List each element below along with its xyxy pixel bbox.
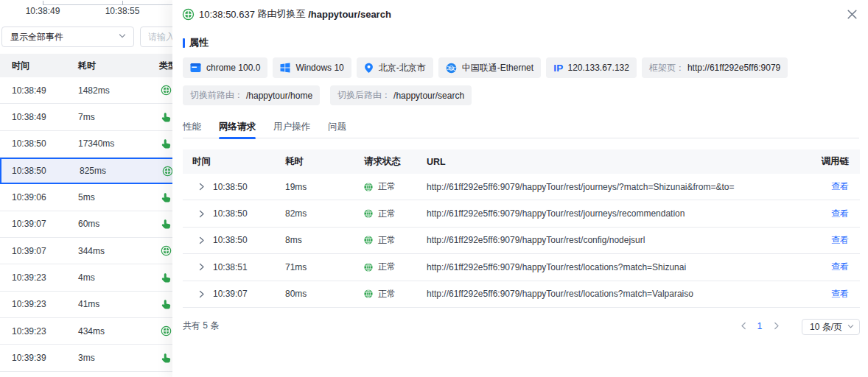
event-list-panel: 10:38:49 10:38:55 显示全部事件 时间 耗时 类型 10:38:… — [0, 0, 172, 377]
network-table-body: 10:38:50 19ms 正常 http://61ff292e5ff6:907… — [183, 174, 860, 308]
request-status: 正常 — [364, 180, 427, 193]
detail-header-action: 路由切换至 — [258, 7, 306, 21]
chevron-right-icon — [197, 183, 206, 191]
expand-row-button[interactable] — [183, 263, 213, 271]
close-icon — [847, 10, 857, 19]
event-filter-select[interactable]: 显示全部事件 — [1, 27, 134, 47]
isp-network-icon — [446, 63, 457, 74]
chevron-down-icon — [847, 322, 854, 332]
active-tab-indicator — [219, 137, 256, 139]
total-count-text: 共有 5 条 — [183, 320, 219, 332]
route-switch-icon — [182, 8, 195, 21]
event-row[interactable]: 10:39:23 434ms — [0, 318, 172, 345]
frame-page-chip: 框架页： http://61ff292e5ff6:9079 — [642, 57, 788, 78]
network-table-header: 时间 耗时 请求状态 URL 调用链 — [183, 149, 860, 174]
event-time: 10:39:07 — [0, 246, 66, 256]
browser-chip-text: chrome 100.0 — [206, 63, 260, 73]
event-row[interactable]: 10:38:49 1482ms — [0, 77, 172, 104]
network-request-row[interactable]: 10:38:50 8ms 正常 http://61ff292e5ff6:9079… — [183, 228, 860, 254]
tab-network-requests[interactable]: 网络请求 — [219, 118, 256, 138]
tab-issues[interactable]: 问题 — [328, 118, 346, 138]
network-request-row[interactable]: 10:38:50 82ms 正常 http://61ff292e5ff6:907… — [183, 200, 860, 227]
timeline-axis[interactable] — [43, 4, 172, 5]
event-type-cell — [147, 299, 172, 310]
location-pin-icon — [364, 63, 374, 74]
globe-status-icon — [364, 183, 373, 191]
event-time: 10:39:07 — [0, 219, 66, 229]
event-duration: 434ms — [66, 326, 147, 337]
click-hand-icon — [161, 219, 172, 230]
os-chip: Windows 10 — [273, 57, 351, 78]
view-trace-link[interactable]: 查看 — [816, 180, 860, 193]
event-row[interactable]: 10:39:07 60ms — [0, 211, 172, 238]
attributes-section-title: 属性 — [183, 36, 209, 49]
globe-status-icon — [364, 289, 373, 298]
event-row[interactable]: 10:38:50 17340ms — [0, 131, 172, 158]
expand-row-button[interactable] — [183, 290, 213, 298]
event-row[interactable]: 10:39:06 5ms — [0, 184, 172, 211]
request-time: 10:38:50 — [213, 235, 285, 245]
close-button[interactable] — [844, 7, 859, 21]
detail-header-time: 10:38:50.637 — [199, 9, 255, 20]
ip-chip: IP 120.133.67.132 — [546, 57, 637, 78]
globe-status-icon — [364, 289, 373, 298]
chevron-right-icon — [197, 263, 206, 271]
next-page-button[interactable] — [768, 318, 784, 334]
route-switch-icon — [182, 8, 195, 21]
network-request-row[interactable]: 10:38:51 71ms 正常 http://61ff292e5ff6:907… — [183, 254, 860, 281]
event-search-input[interactable] — [140, 27, 172, 47]
section-title-bar — [183, 38, 185, 48]
route-switch-icon — [161, 85, 172, 96]
chevron-right-icon — [197, 210, 206, 218]
event-duration: 825ms — [68, 166, 149, 176]
event-duration: 17340ms — [66, 138, 147, 149]
event-time: 10:38:50 — [0, 138, 66, 149]
tab-user-actions[interactable]: 用户操作 — [273, 118, 310, 138]
os-chip-text: Windows 10 — [295, 63, 343, 73]
column-header-duration: 耗时 — [66, 60, 147, 72]
request-status: 正常 — [364, 288, 427, 300]
globe-status-icon — [364, 209, 373, 218]
frame-page-label: 框架页： — [649, 62, 685, 74]
location-chip: 北京-北京市 — [357, 57, 433, 78]
event-table: 时间 耗时 类型 10:38:49 1482ms — [0, 54, 172, 372]
chevron-right-icon — [772, 322, 780, 330]
event-row[interactable]: 10:38:49 7ms — [0, 104, 172, 130]
column-header-status: 请求状态 — [364, 155, 427, 168]
route-switch-icon — [161, 245, 172, 256]
view-trace-link[interactable]: 查看 — [816, 208, 860, 220]
request-duration: 80ms — [285, 289, 364, 299]
detail-header-path: /happytour/search — [308, 9, 391, 20]
event-type-cell — [147, 245, 172, 256]
previous-page-button[interactable] — [735, 318, 752, 334]
request-url: http://61ff292e5ff6:9079/happyTour/rest/… — [427, 262, 816, 272]
click-hand-icon — [161, 272, 172, 283]
tab-performance[interactable]: 性能 — [183, 118, 201, 138]
page-number-current[interactable]: 1 — [752, 321, 768, 331]
event-duration: 3ms — [66, 353, 147, 363]
network-request-row[interactable]: 10:39:07 80ms 正常 http://61ff292e5ff6:907… — [183, 281, 860, 308]
expand-row-button[interactable] — [183, 183, 213, 191]
network-chip: 中国联通-Ethernet — [438, 57, 541, 78]
event-row[interactable]: 10:39:23 4ms — [0, 264, 172, 291]
column-header-trace: 调用链 — [816, 155, 860, 168]
route-before-label: 切换前路由： — [190, 89, 243, 102]
expand-row-button[interactable] — [183, 236, 213, 244]
event-row[interactable]: 10:39:07 344ms — [0, 238, 172, 264]
event-row[interactable]: 10:39:23 41ms — [0, 292, 172, 318]
pagination: 1 10 条/页 — [735, 317, 860, 335]
timeline-tick — [122, 1, 123, 5]
network-request-row[interactable]: 10:38:50 19ms 正常 http://61ff292e5ff6:907… — [183, 174, 860, 200]
event-row[interactable]: 10:39:39 3ms — [0, 345, 172, 371]
request-duration: 8ms — [285, 235, 364, 245]
click-icon — [161, 272, 172, 283]
view-trace-link[interactable]: 查看 — [816, 261, 860, 273]
request-status: 正常 — [364, 208, 427, 220]
view-trace-link[interactable]: 查看 — [816, 234, 860, 247]
ip-chip-text: 120.133.67.132 — [567, 63, 629, 73]
view-trace-link[interactable]: 查看 — [816, 288, 860, 300]
page-size-select[interactable]: 10 条/页 — [802, 319, 860, 335]
tab-network-label: 网络请求 — [219, 121, 256, 132]
expand-row-button[interactable] — [183, 210, 213, 218]
event-row[interactable]: 10:38:50 825ms — [0, 158, 172, 184]
